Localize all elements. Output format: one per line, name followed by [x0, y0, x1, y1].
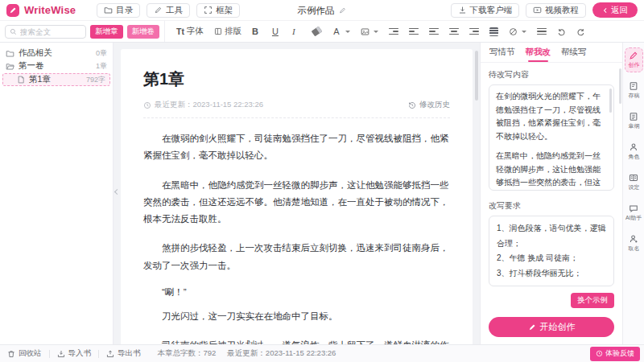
person-plus-icon: [629, 234, 638, 244]
strip-item-create[interactable]: 创作: [625, 47, 643, 72]
chat-icon: [629, 204, 638, 213]
right-icon-strip: 创作 存稿 章纲 角色 设定: [622, 43, 644, 344]
rewrite-requirements-box[interactable]: 1、润色段落，语句优美，逻辑合理； 2、午德 换成 司徒南； 3、打斗桥段华丽无…: [489, 216, 614, 286]
add-volume-button[interactable]: 新增卷: [127, 25, 160, 39]
search-box[interactable]: [5, 25, 86, 39]
underline-button[interactable]: U: [272, 27, 282, 36]
sidebar-toolbar: 新增章 新增卷: [0, 21, 165, 42]
tab-help-continue[interactable]: 帮续写: [561, 43, 587, 62]
strip-item-naming[interactable]: 取名: [625, 231, 643, 256]
word-count: 792字: [86, 75, 105, 85]
word-count-value: 792: [204, 348, 217, 357]
draft-icon: [629, 81, 638, 91]
requirements-label: 改写要求: [489, 200, 614, 212]
app-name: WriteWise: [24, 4, 76, 16]
undo-button[interactable]: [557, 27, 566, 36]
font-color-button[interactable]: A: [332, 27, 350, 36]
format-toolbar: Tt 字体 排版 B U I A: [165, 21, 644, 42]
tree-item-volume1[interactable]: 第一卷 1章: [0, 60, 113, 72]
feedback-clock-icon: [596, 350, 603, 357]
tools-button[interactable]: 工具: [147, 3, 190, 18]
change-example-button[interactable]: 换个示例: [571, 293, 614, 308]
circle-slash-icon: [509, 27, 518, 36]
status-bar: 回收站 导入书 导出书 本章总字数：792 最近更新：2023-11-15 22…: [0, 344, 644, 362]
sidebar-collapse-handle[interactable]: [114, 182, 121, 203]
rewrite-source-textarea[interactable]: 在剑的微弱火光的照耀下，午德勉强挡住了一刀，尽管视线被阻挡，他紧紧握住宝剑，毫不…: [489, 84, 614, 191]
clear-format-button[interactable]: [312, 28, 321, 35]
italic-button[interactable]: I: [292, 27, 302, 36]
panel-scrollbar[interactable]: [619, 68, 621, 104]
chapter-title: 第1章: [143, 68, 450, 90]
strip-item-ai-helper[interactable]: AI助手: [625, 200, 643, 225]
align-left-button[interactable]: [429, 28, 439, 35]
app-window: WriteWise 目录 工具 框架 示例作品: [0, 0, 644, 362]
redo-icon: [576, 27, 585, 36]
video-icon: [533, 6, 542, 14]
export-book-button[interactable]: 导出书: [99, 345, 148, 362]
indent-increase-icon: [409, 28, 419, 35]
paragraph: 在微弱的剑火照耀下，司徒南勉强挡住了一刀，尽管视线被阻挡，他紧紧握住宝剑，毫不敢…: [143, 130, 450, 165]
paragraph: 在黑暗中，他隐约感觉到一丝轻微的脚步声，这让他勉强能够抵挡一些突然的袭击，但这还…: [143, 177, 450, 228]
chapter-body[interactable]: 在微弱的剑火照耀下，司徒南勉强挡住了一刀，尽管视线被阻挡，他紧紧握住宝剑，毫不敢…: [143, 130, 450, 344]
download-client-button[interactable]: 下载客户端: [451, 3, 520, 18]
start-writing-button[interactable]: 开始创作: [489, 317, 614, 337]
indent-decrease-button[interactable]: [389, 28, 398, 35]
catalog-button[interactable]: 目录: [97, 3, 140, 18]
frame-icon: [204, 6, 213, 14]
chapter-count: 0章: [96, 48, 107, 59]
indent-increase-button[interactable]: [409, 28, 419, 35]
chapter-tree-sidebar: 作品相关 0章 第一卷 1章 第1章 792字: [0, 43, 114, 344]
align-center-button[interactable]: [449, 28, 459, 35]
folder-open-icon: [6, 62, 14, 71]
revision-history-button[interactable]: 修改历史: [408, 100, 450, 110]
import-book-button[interactable]: 导入书: [50, 345, 99, 362]
line-spacing-button[interactable]: [537, 28, 547, 35]
word-count-status: 本章总字数：792: [158, 348, 217, 359]
layout-button[interactable]: 排版: [214, 26, 242, 37]
editor-area: 第1章 最近更新：2023-11-15 22:23:26 修改历史: [114, 43, 480, 344]
updated-time-value: 2023-11-15 22:23:26: [266, 348, 336, 357]
pen-icon: [629, 51, 638, 60]
tab-write-plot[interactable]: 写情节: [489, 43, 515, 62]
document-title: 示例作品: [298, 5, 335, 17]
align-left-icon: [429, 28, 439, 35]
chevron-left-icon: [602, 7, 609, 14]
editor-paper[interactable]: 第1章 最近更新：2023-11-15 22:23:26 修改历史: [121, 49, 473, 344]
bold-button[interactable]: B: [252, 27, 262, 36]
edit-title-icon[interactable]: [339, 6, 347, 14]
video-tutorial-button[interactable]: 视频教程: [526, 3, 586, 18]
main-area: 作品相关 0章 第一卷 1章 第1章 792字 第1章: [0, 43, 644, 344]
folder-icon: [6, 49, 14, 58]
align-justify-button[interactable]: [489, 27, 498, 36]
image-icon: [361, 27, 369, 36]
tree-item-works[interactable]: 作品相关 0章: [0, 47, 113, 60]
align-right-button[interactable]: [469, 28, 479, 35]
editor-scrollbar[interactable]: [475, 51, 478, 101]
add-chapter-button[interactable]: 新增章: [90, 25, 123, 39]
textarea-scrollbar[interactable]: [609, 88, 612, 113]
clock-icon: [143, 101, 151, 109]
font-button[interactable]: Tt 字体: [176, 26, 204, 37]
header-actions: 下载客户端 视频教程 返回: [451, 2, 638, 18]
assistant-tabs: 写情节 帮我改 帮续写: [481, 43, 622, 63]
strip-item-outline[interactable]: 章纲: [625, 109, 643, 134]
strip-item-settings[interactable]: 设定: [625, 170, 643, 195]
caret-down-icon: [374, 31, 378, 33]
chapter-count: 1章: [96, 61, 107, 72]
search-input[interactable]: [20, 27, 81, 36]
strip-item-drafts[interactable]: 存稿: [625, 78, 643, 103]
align-center-icon: [449, 28, 459, 35]
caret-down-icon: [345, 31, 350, 33]
back-button[interactable]: 返回: [592, 2, 638, 18]
line-spacing-icon: [537, 28, 547, 35]
recycle-bin-button[interactable]: 回收站: [0, 345, 49, 362]
feedback-button[interactable]: 体验反馈: [590, 347, 640, 361]
insert-symbol-button[interactable]: [509, 27, 526, 36]
insert-image-button[interactable]: [361, 27, 378, 36]
tree-item-chapter1[interactable]: 第1章 792字: [2, 73, 110, 86]
strip-item-characters[interactable]: 角色: [625, 139, 643, 164]
tab-help-revise[interactable]: 帮我改: [526, 43, 551, 62]
framework-button[interactable]: 框架: [196, 3, 240, 18]
paragraph: 煞拼的步伐轻盈，上一次攻击结束后立刻切换，迅速来到司徒南身后，发动了一次强力一击…: [143, 240, 450, 274]
redo-button[interactable]: [576, 27, 585, 36]
